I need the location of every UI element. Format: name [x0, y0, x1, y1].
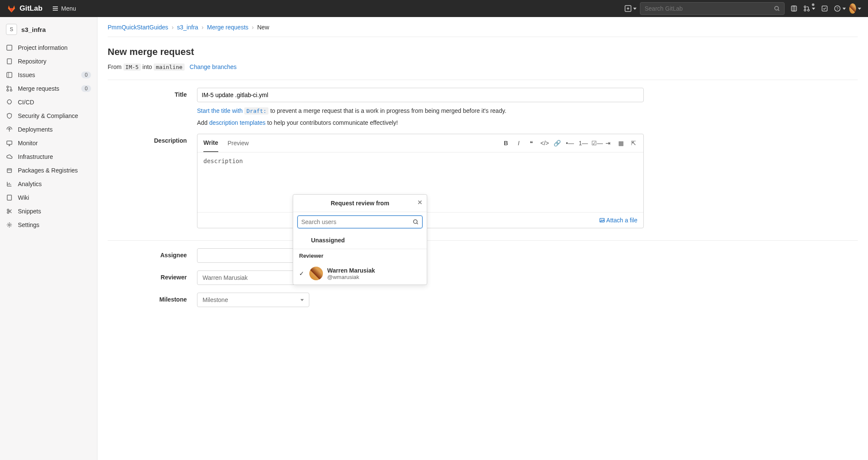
breadcrumb-group[interactable]: PmmQuickStartGuides — [108, 24, 168, 31]
sidebar-item-cicd[interactable]: CI/CD — [0, 95, 97, 109]
sidebar-item-wiki[interactable]: Wiki — [0, 191, 97, 204]
change-branches-link[interactable]: Change branches — [190, 63, 237, 70]
close-icon[interactable]: ✕ — [417, 199, 423, 206]
sidebar-item-label: Wiki — [18, 194, 91, 201]
breadcrumb-section[interactable]: Merge requests — [207, 24, 248, 31]
draft-code-link[interactable]: Draft: — [244, 107, 268, 114]
sidebar-item-label: CI/CD — [18, 99, 91, 106]
monitor-icon — [6, 140, 13, 147]
svg-point-13 — [7, 86, 9, 88]
breadcrumb: PmmQuickStartGuides› s3_infra› Merge req… — [108, 24, 858, 37]
number-list-icon[interactable]: 1― — [579, 140, 586, 147]
merge-requests-dropdown[interactable] — [803, 3, 815, 14]
svg-rect-2 — [791, 6, 797, 11]
sidebar-item-security[interactable]: Security & Compliance — [0, 109, 97, 123]
create-dropdown[interactable] — [625, 3, 637, 14]
sidebar-item-repository[interactable]: Repository — [0, 55, 97, 68]
user-avatar-icon — [849, 3, 856, 14]
svg-rect-17 — [7, 169, 11, 172]
sidebar-item-label: Settings — [18, 221, 91, 228]
sidebar-item-label: Merge requests — [18, 85, 76, 92]
svg-point-24 — [414, 220, 417, 224]
user-name: Warren Marusiak — [327, 267, 375, 274]
sidebar-item-label: Infrastructure — [18, 153, 91, 160]
indent-icon[interactable]: ⇥ — [604, 140, 612, 147]
chevron-down-icon — [300, 299, 304, 301]
plus-square-icon — [625, 5, 631, 12]
option-unassigned[interactable]: Unassigned — [293, 232, 427, 249]
reviewer-label: Reviewer — [108, 270, 197, 285]
milestone-dropdown[interactable]: Milestone — [197, 293, 309, 307]
sidebar-item-snippets[interactable]: Snippets — [0, 204, 97, 218]
menu-button[interactable]: Menu — [52, 5, 76, 12]
title-input[interactable] — [197, 88, 644, 102]
search-input[interactable] — [645, 5, 774, 12]
task-list-icon[interactable]: ☑― — [591, 140, 599, 147]
sidebar-item-issues[interactable]: Issues0 — [0, 68, 97, 82]
svg-rect-18 — [7, 195, 11, 200]
breadcrumb-current: New — [257, 24, 269, 31]
draft-prefix-link[interactable]: Start the title with — [197, 107, 244, 114]
user-handle: @wmarusiak — [327, 274, 375, 280]
sidebar-item-label: Repository — [18, 58, 91, 65]
user-avatar-icon — [309, 267, 323, 280]
count-badge: 0 — [81, 85, 91, 92]
repo-icon — [6, 58, 13, 65]
branch-info: From IM-5 into mainline Change branches — [108, 63, 858, 70]
draft-hint: Start the title with Draft: to prevent a… — [197, 107, 644, 114]
todos-shortcut[interactable] — [819, 3, 831, 14]
fullscreen-icon[interactable]: ⇱ — [630, 140, 637, 147]
sidebar-item-deployments[interactable]: Deployments — [0, 123, 97, 136]
merge-icon — [803, 5, 810, 12]
svg-point-1 — [775, 6, 779, 10]
milestone-label: Milestone — [108, 293, 197, 307]
italic-icon[interactable]: I — [515, 140, 523, 147]
popover-title: Request review from ✕ — [293, 195, 427, 212]
target-branch: mainline — [154, 63, 185, 71]
bullet-list-icon[interactable]: •― — [566, 140, 574, 147]
user-search-input[interactable] — [301, 218, 413, 225]
issues-icon — [6, 72, 13, 78]
sidebar-item-monitor[interactable]: Monitor — [0, 136, 97, 150]
tab-preview[interactable]: Preview — [228, 135, 249, 152]
link-icon[interactable]: 🔗 — [553, 140, 561, 147]
search-icon — [413, 219, 419, 225]
description-templates-link[interactable]: description templates — [209, 119, 266, 126]
popover-section-label: Reviewer — [293, 249, 427, 262]
breadcrumb-project[interactable]: s3_infra — [177, 24, 198, 31]
sidebar-item-settings[interactable]: Settings — [0, 218, 97, 232]
search-icon — [774, 6, 780, 12]
cloud-icon — [6, 153, 13, 160]
code-icon[interactable]: </> — [540, 140, 548, 147]
svg-rect-3 — [793, 6, 795, 11]
help-icon: ? — [834, 5, 841, 12]
global-search[interactable] — [640, 2, 785, 15]
sidebar-item-infrastructure[interactable]: Infrastructure — [0, 150, 97, 164]
sidebar-item-project-info[interactable]: Project information — [0, 41, 97, 55]
sidebar-item-merge-requests[interactable]: Merge requests0 — [0, 82, 97, 95]
table-icon[interactable]: ▦ — [617, 140, 625, 147]
sidebar-item-label: Packages & Registries — [18, 167, 91, 174]
attach-file-link[interactable]: Attach a file — [599, 217, 637, 224]
project-header[interactable]: S s3_infra — [0, 20, 97, 41]
title-label: Title — [108, 88, 197, 126]
sidebar-item-label: Project information — [18, 44, 91, 51]
svg-point-21 — [9, 224, 10, 226]
sidebar-item-label: Snippets — [18, 208, 91, 215]
tab-write[interactable]: Write — [203, 134, 218, 152]
sidebar-item-analytics[interactable]: Analytics — [0, 177, 97, 191]
quote-icon[interactable]: ❝ — [528, 140, 535, 147]
option-user[interactable]: ✓ Warren Marusiak @wmarusiak — [293, 262, 427, 285]
issues-shortcut[interactable] — [788, 3, 800, 14]
user-search[interactable] — [297, 216, 423, 228]
book-icon — [6, 194, 13, 201]
user-menu[interactable] — [849, 3, 861, 14]
gitlab-logo-icon — [7, 4, 16, 13]
main: PmmQuickStartGuides› s3_infra› Merge req… — [97, 17, 868, 460]
assignee-label: Assignee — [108, 248, 197, 263]
check-icon: ✓ — [299, 270, 305, 277]
help-dropdown[interactable]: ? — [834, 3, 846, 14]
image-icon — [599, 217, 605, 223]
bold-icon[interactable]: B — [502, 140, 510, 147]
sidebar-item-packages[interactable]: Packages & Registries — [0, 164, 97, 177]
